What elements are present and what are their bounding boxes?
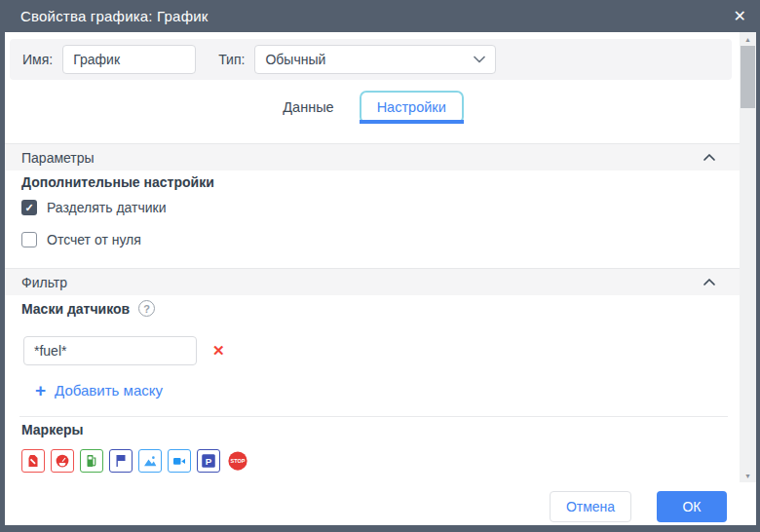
close-icon[interactable]: ✕ (734, 9, 746, 24)
name-label: Имя: (22, 52, 53, 67)
tab-settings[interactable]: Настройки (360, 91, 464, 124)
checkbox-count-from-zero-label: Отсчет от нуля (47, 232, 141, 247)
flag-marker-icon[interactable] (109, 449, 133, 473)
subsection-additional-settings: Дополнительные настройки (21, 174, 214, 190)
chart-properties-dialog: Свойства графика: График ✕ Имя: Тип: Обы… (0, 0, 760, 532)
type-select[interactable]: Обычный (254, 45, 496, 74)
window-border-bottom (0, 525, 760, 532)
sensor-masks-heading-row: Маски датчиков ? (21, 300, 155, 317)
checkbox-count-from-zero[interactable]: Отсчет от нуля (21, 232, 141, 247)
section-header-parameters[interactable]: Параметры (5, 143, 740, 171)
dialog-content: Имя: Тип: Обычный Данные Настройки Парам… (5, 32, 740, 482)
marker-icon-row: P STOP (21, 449, 255, 473)
type-select-value: Обычный (265, 52, 325, 67)
checkbox-checked-icon[interactable]: ✓ (21, 200, 37, 215)
active-tab-underline (360, 120, 464, 124)
section-title-parameters: Параметры (21, 150, 95, 166)
sensor-masks-title: Маски датчиков (21, 301, 130, 317)
tab-bar: Данные Настройки (5, 91, 740, 124)
section-title-filter: Фильтр (21, 275, 67, 290)
markers-divider (19, 416, 728, 417)
checkbox-split-sensors[interactable]: ✓ Разделять датчики (21, 200, 167, 215)
svg-text:P: P (206, 456, 212, 467)
stop-sign-marker-icon[interactable]: STOP (226, 449, 249, 473)
delete-mask-icon[interactable]: ✕ (212, 342, 225, 360)
name-input[interactable] (62, 45, 196, 74)
gauge-marker-icon[interactable] (51, 449, 74, 473)
mask-row: ✕ (23, 336, 225, 365)
tab-data[interactable]: Данные (281, 91, 335, 124)
scroll-up-icon[interactable]: ▲ (740, 32, 756, 46)
mask-input[interactable] (23, 336, 197, 365)
plus-icon: + (35, 381, 46, 399)
name-type-bar: Имя: Тип: Обычный (10, 39, 732, 80)
checkbox-unchecked-icon[interactable] (21, 232, 37, 247)
scrollbar[interactable]: ▲ ▼ (740, 32, 756, 482)
dialog-title: Свойства графика: График (20, 8, 209, 24)
help-icon[interactable]: ? (138, 300, 155, 317)
chevron-up-icon (703, 278, 716, 286)
add-mask-label: Добавить маску (55, 382, 163, 399)
photo-marker-icon[interactable] (138, 449, 162, 473)
section-header-filter[interactable]: Фильтр (5, 268, 740, 295)
scrollbar-thumb[interactable] (741, 46, 755, 108)
chevron-down-icon (474, 56, 485, 63)
cancel-button[interactable]: Отмена (550, 491, 631, 522)
fuel-can-marker-icon[interactable] (21, 449, 45, 473)
video-camera-marker-icon[interactable] (168, 449, 191, 473)
tab-settings-wrap: Настройки (360, 98, 464, 116)
ok-button[interactable]: ОК (657, 491, 727, 522)
footer-buttons: Отмена ОК (550, 491, 727, 522)
add-mask-button[interactable]: + Добавить маску (35, 381, 163, 399)
gas-station-marker-icon[interactable] (80, 449, 103, 473)
markers-title: Маркеры (21, 422, 83, 437)
svg-text:STOP: STOP (231, 458, 246, 464)
checkbox-split-sensors-label: Разделять датчики (47, 200, 167, 215)
chevron-up-icon (703, 153, 716, 162)
scroll-down-icon[interactable]: ▼ (740, 469, 756, 482)
parking-marker-icon[interactable]: P (197, 449, 220, 473)
type-label: Тип: (218, 52, 245, 67)
window-border-right (756, 32, 760, 532)
titlebar: Свойства графика: График ✕ (0, 0, 760, 32)
